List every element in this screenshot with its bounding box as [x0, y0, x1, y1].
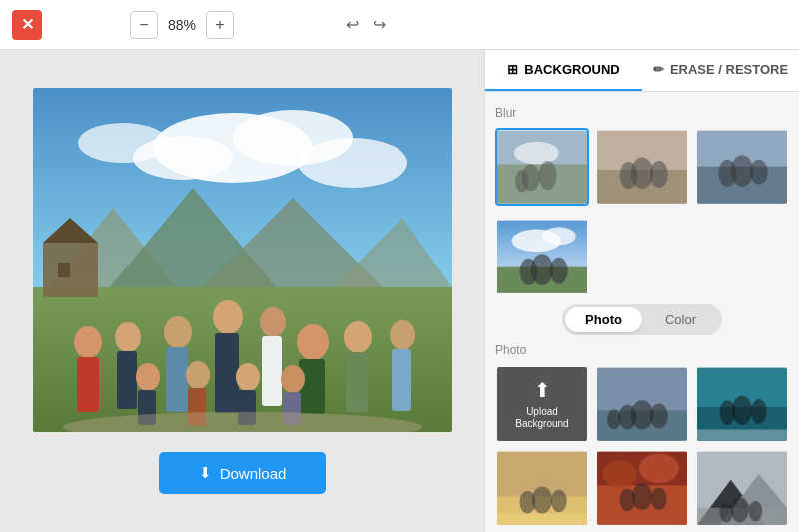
- svg-point-32: [186, 361, 210, 389]
- upload-icon: ⬆: [534, 378, 551, 402]
- svg-point-5: [78, 123, 168, 163]
- main-photo: [33, 88, 452, 432]
- tab-erase-label: ERASE / RESTORE: [670, 62, 788, 77]
- svg-point-16: [115, 322, 141, 352]
- svg-point-93: [749, 501, 763, 521]
- svg-point-41: [514, 142, 559, 165]
- svg-rect-23: [262, 336, 282, 406]
- panel-content: Blur: [485, 92, 799, 532]
- svg-point-66: [650, 403, 668, 428]
- tab-erase[interactable]: ✏ ERASE / RESTORE: [642, 50, 799, 91]
- upload-label: UploadBackground: [515, 406, 568, 430]
- upload-background-thumb[interactable]: ⬆ UploadBackground: [495, 365, 589, 443]
- photo-thumb-5[interactable]: [695, 449, 789, 527]
- blur-thumb-2[interactable]: [595, 128, 689, 206]
- tab-background-label: BACKGROUND: [524, 62, 619, 77]
- svg-point-84: [632, 483, 652, 510]
- close-button[interactable]: ✕: [12, 10, 42, 40]
- photo-thumb-2[interactable]: [695, 365, 789, 443]
- blur-thumb-3[interactable]: [695, 128, 789, 206]
- svg-point-85: [620, 489, 636, 512]
- svg-point-22: [260, 307, 286, 337]
- svg-point-67: [607, 409, 621, 429]
- svg-point-24: [297, 324, 329, 360]
- photo-section: Photo ⬆ UploadBackground: [495, 343, 789, 532]
- svg-point-72: [720, 400, 736, 425]
- svg-rect-17: [117, 351, 137, 409]
- svg-point-49: [650, 161, 668, 188]
- tab-background[interactable]: ⊞ BACKGROUND: [485, 50, 642, 91]
- svg-point-4: [298, 138, 407, 188]
- tab-header: ⊞ BACKGROUND ✏ ERASE / RESTORE: [485, 50, 799, 92]
- layers-icon: ⊞: [507, 62, 518, 77]
- svg-point-20: [213, 300, 243, 334]
- download-label: Download: [220, 465, 287, 482]
- svg-point-30: [136, 363, 160, 391]
- svg-point-78: [520, 491, 536, 514]
- svg-rect-11: [43, 243, 98, 297]
- svg-rect-15: [77, 357, 99, 412]
- svg-point-83: [639, 454, 680, 483]
- blur-section: Blur: [495, 106, 789, 296]
- blur-thumb-4[interactable]: [495, 218, 589, 295]
- svg-point-79: [551, 490, 567, 513]
- svg-point-36: [281, 365, 305, 393]
- zoom-out-button[interactable]: −: [130, 11, 158, 39]
- svg-rect-76: [497, 513, 587, 524]
- photo-thumb-1[interactable]: [595, 365, 689, 443]
- svg-point-61: [550, 258, 568, 284]
- svg-point-60: [520, 259, 538, 285]
- svg-point-82: [603, 461, 637, 488]
- svg-rect-13: [58, 263, 70, 277]
- blur-section-label: Blur: [495, 106, 789, 120]
- svg-rect-21: [215, 333, 239, 413]
- svg-point-26: [344, 321, 372, 353]
- photo-thumb-grid: ⬆ UploadBackground: [495, 365, 789, 532]
- zoom-controls: − 88% +: [130, 11, 234, 39]
- history-controls: ↩ ↪: [342, 11, 390, 38]
- toolbar: ✕ − 88% + ↩ ↪: [0, 0, 799, 50]
- svg-point-91: [731, 498, 749, 523]
- svg-point-43: [539, 161, 557, 190]
- blur-thumb-1[interactable]: [495, 128, 589, 206]
- svg-point-28: [390, 320, 415, 350]
- main-area: ⬇ Download ⊞ BACKGROUND ✏ ERASE / RESTOR…: [0, 50, 799, 532]
- photo-thumb-4[interactable]: [595, 449, 689, 527]
- undo-button[interactable]: ↩: [342, 11, 363, 38]
- svg-rect-27: [346, 352, 368, 412]
- svg-point-44: [515, 170, 529, 193]
- blur-thumb-grid: [495, 128, 789, 206]
- photo-thumb-3[interactable]: [495, 449, 589, 527]
- svg-rect-19: [166, 347, 188, 412]
- photo-toggle-button[interactable]: Photo: [565, 307, 642, 332]
- image-container: [33, 88, 452, 432]
- eraser-icon: ✏: [653, 62, 664, 77]
- svg-rect-29: [392, 349, 411, 411]
- download-button[interactable]: ⬇ Download: [159, 452, 327, 494]
- download-icon: ⬇: [199, 464, 212, 482]
- svg-point-18: [164, 316, 192, 348]
- svg-point-53: [718, 160, 736, 187]
- zoom-in-button[interactable]: +: [206, 11, 234, 39]
- svg-point-86: [651, 488, 667, 511]
- svg-point-73: [751, 399, 767, 424]
- svg-point-14: [74, 326, 102, 358]
- canvas-area: ⬇ Download: [0, 50, 484, 532]
- svg-rect-70: [697, 429, 787, 440]
- color-toggle-button[interactable]: Color: [642, 307, 719, 332]
- svg-point-65: [618, 404, 636, 429]
- svg-point-34: [236, 363, 260, 391]
- svg-point-92: [720, 502, 734, 522]
- zoom-value: 88%: [164, 17, 200, 33]
- svg-point-48: [620, 162, 638, 189]
- photo-color-toggle: Photo Color: [562, 304, 722, 335]
- photo-section-label: Photo: [495, 343, 789, 357]
- svg-point-57: [542, 228, 576, 246]
- svg-point-54: [750, 160, 768, 185]
- redo-button[interactable]: ↪: [369, 11, 390, 38]
- right-panel: ⊞ BACKGROUND ✏ ERASE / RESTORE Blur: [484, 50, 799, 532]
